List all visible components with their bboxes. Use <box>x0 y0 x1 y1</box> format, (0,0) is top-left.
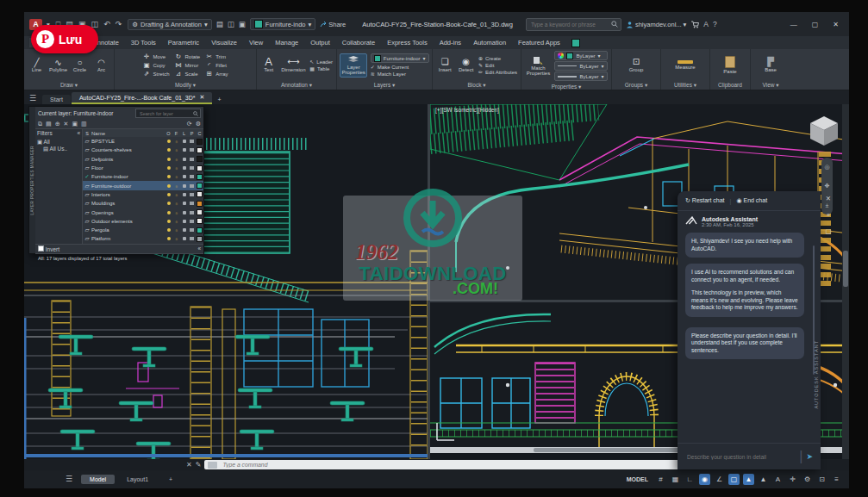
workspace-gear-icon[interactable]: ⚙ <box>802 474 813 485</box>
new-drawing-tab-button[interactable]: + <box>213 96 225 104</box>
viewcube[interactable] <box>805 113 843 154</box>
paste-button[interactable]: Paste <box>714 56 746 75</box>
layer-color-swatch[interactable] <box>197 209 203 215</box>
trim-button[interactable]: ✂Trim <box>205 53 228 60</box>
polyline-button[interactable]: ∿Polyline <box>49 58 67 72</box>
group-button[interactable]: ⊡Group <box>620 57 653 73</box>
filter-tree-item-all-used[interactable]: ▤ All Us.. <box>43 146 80 152</box>
tab-collaborate[interactable]: Collaborate <box>336 38 381 47</box>
crosshair-icon[interactable]: ✛ <box>787 474 798 485</box>
move-button[interactable]: ✛Move <box>142 53 169 60</box>
annotation-scale-icon[interactable]: A <box>772 474 784 485</box>
layer-row-selected[interactable]: ▱Furniture-outdoor☼ <box>83 181 203 189</box>
layer-states-icon[interactable]: ▣ <box>72 121 78 127</box>
layer-row[interactable]: ▱Counters-shelves☼ <box>83 146 203 154</box>
scrollbar-thumb[interactable] <box>843 251 848 287</box>
tab-parametric[interactable]: Parametric <box>162 38 205 47</box>
close-panel-icon[interactable]: ✕ <box>826 195 831 202</box>
autoscale-icon[interactable]: ▲ <box>758 474 769 485</box>
polar-tracking-icon[interactable]: ◉ <box>699 474 710 485</box>
layer-properties-button[interactable]: Layer Properties <box>340 53 366 78</box>
detect-button[interactable]: ◉Detect <box>457 57 474 73</box>
tab-manage[interactable]: Manage <box>269 38 304 47</box>
edit-block-button[interactable]: ✎Edit <box>478 62 517 68</box>
collapse-panel-icon[interactable]: » <box>827 211 830 219</box>
object-snap-icon[interactable]: ▢ <box>728 474 740 485</box>
layer-color-swatch[interactable] <box>197 218 203 224</box>
file-tab-menu-icon[interactable]: ☰ <box>28 94 41 104</box>
arc-button[interactable]: ◠Arc <box>92 58 110 72</box>
layer-list-header[interactable]: S Name O F L P C <box>83 129 203 137</box>
rotate-button[interactable]: ↻Rotate <box>174 53 200 60</box>
line-button[interactable]: ╱Line <box>28 58 46 72</box>
layer-row[interactable]: ▱Interiors☼ <box>83 190 203 199</box>
help-icon[interactable]: ? <box>713 20 717 28</box>
dimension-button[interactable]: ⟷Dimension <box>280 57 306 73</box>
close-button[interactable]: ✕ <box>827 21 844 28</box>
new-vp-frozen-layer-icon[interactable]: ▤ <box>46 121 52 127</box>
isolate-objects-icon[interactable]: ⊡ <box>816 474 827 485</box>
start-tab[interactable]: Start <box>42 95 71 104</box>
chat-question-input[interactable] <box>685 453 796 461</box>
workspace-switcher[interactable]: ⚙ Drafting & Annotation ▾ <box>128 19 211 30</box>
annotation-visibility-icon[interactable]: ▲ <box>743 474 754 485</box>
tab-add-ins[interactable]: Add-ins <box>434 38 467 47</box>
copy-button[interactable]: ▣Copy <box>142 61 169 69</box>
layer-color-swatch[interactable] <box>197 183 203 189</box>
make-current-button[interactable]: ✓Make Current <box>371 64 429 70</box>
layers-panel-label[interactable]: Layers ▾ <box>337 81 432 90</box>
search-input[interactable] <box>529 21 609 28</box>
base-button[interactable]: ▛Base <box>754 57 787 73</box>
measure-button[interactable]: Measure <box>669 60 702 71</box>
annotation-panel-label[interactable]: Annotation ▾ <box>257 81 336 90</box>
tab-3d-tools[interactable]: 3D Tools <box>125 38 162 47</box>
modify-panel-label[interactable]: Modify ▾ <box>115 81 256 90</box>
delete-layer-icon[interactable]: ⊕ <box>55 121 60 127</box>
cart-icon[interactable] <box>690 21 699 28</box>
ortho-icon[interactable]: ∟ <box>684 474 696 485</box>
invert-filter-checkbox[interactable]: Invert <box>38 245 59 252</box>
layer-color-swatch[interactable] <box>197 191 203 197</box>
edit-attributes-button[interactable]: ✏Edit Attributes <box>478 69 517 75</box>
snap-icon[interactable]: ▦ <box>670 474 681 485</box>
draw-panel-label[interactable]: Draw ▾ <box>24 81 114 90</box>
text-button[interactable]: AText <box>260 57 277 73</box>
layer-color-swatch[interactable] <box>197 227 203 233</box>
drawing-tab[interactable]: AutoCAD-FY25_Fire-...-Book Cafe_01_3D*✕ <box>72 92 213 104</box>
create-block-button[interactable]: ⊕Create <box>478 55 517 61</box>
fillet-button[interactable]: ◜Fillet <box>205 61 228 69</box>
layer-row[interactable]: ▱Outdoor elements☼ <box>83 217 203 226</box>
array-button[interactable]: ⊞Array <box>205 70 228 78</box>
undo-icon[interactable]: ↶ <box>102 20 112 28</box>
new-layer-icon[interactable]: ⧉ <box>38 121 42 127</box>
isodraft-icon[interactable]: ∠ <box>714 474 725 485</box>
refresh-icon[interactable]: ⟳ <box>187 121 192 127</box>
table-button[interactable]: ▦Table <box>309 65 333 71</box>
palette-title-bar[interactable]: LAYER PROPERTIES MANAGER <box>29 107 35 253</box>
tab-express-tools[interactable]: Express Tools <box>381 38 434 47</box>
account-menu[interactable]: shiyamdev.onl... ▾ <box>626 21 686 28</box>
color-dropdown[interactable]: ByLayer▾ <box>554 51 607 60</box>
minimize-button[interactable]: — <box>785 21 802 28</box>
share-button[interactable]: Share <box>320 21 346 28</box>
model-tab[interactable]: Model <box>81 475 115 484</box>
customize-command-icon[interactable]: ✎ <box>196 461 202 469</box>
layer-row[interactable]: ▱Floor☼ <box>83 164 203 172</box>
layer-quick-combo[interactable]: Furniture-indo ▾ <box>250 18 315 30</box>
layer-row-current[interactable]: ✓Furniture-indoor☼ <box>83 172 203 181</box>
redo-icon[interactable]: ↷ <box>114 20 124 28</box>
pan-icon[interactable]: ✥ <box>825 183 830 189</box>
layout-menu-icon[interactable]: ☰ <box>64 475 78 485</box>
layer-row[interactable]: ▱Pergola☼ <box>83 226 203 234</box>
tab-view[interactable]: View <box>243 38 269 47</box>
layer-color-swatch[interactable] <box>197 156 203 162</box>
isolate-icon[interactable]: ▥ <box>81 121 87 127</box>
properties-panel-label[interactable]: Properties ▾ <box>521 83 611 91</box>
layer-row[interactable]: ▱Mouldings☼ <box>83 199 203 208</box>
groups-panel-label[interactable]: Groups ▾ <box>612 81 660 90</box>
settings-icon[interactable]: ⚙ <box>196 121 201 127</box>
viewport-controls-label[interactable]: [+][SW Isometric][Hidden] <box>435 107 499 113</box>
model-space-label[interactable]: MODEL <box>627 476 648 482</box>
layer-row[interactable]: ▱Platform☼ <box>83 234 203 243</box>
collapse-icon[interactable]: « <box>77 130 80 136</box>
